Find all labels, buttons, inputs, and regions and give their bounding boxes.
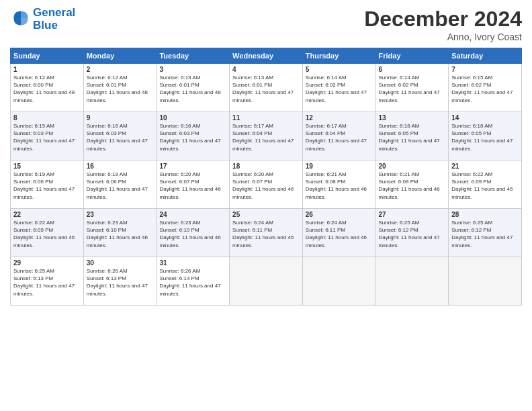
calendar-day-cell <box>230 257 303 306</box>
calendar-day-cell: 18Sunrise: 6:20 AMSunset: 6:07 PMDayligh… <box>230 161 303 209</box>
location: Anno, Ivory Coast <box>364 32 522 42</box>
calendar-day-cell: 5Sunrise: 6:14 AMSunset: 6:02 PMDaylight… <box>302 64 375 112</box>
calendar-day-cell: 14Sunrise: 6:18 AMSunset: 6:05 PMDayligh… <box>449 112 522 161</box>
header-cell-tuesday: Tuesday <box>157 48 230 64</box>
day-info: Sunrise: 6:13 AMSunset: 6:01 PMDaylight:… <box>159 74 226 104</box>
day-info: Sunrise: 6:15 AMSunset: 6:02 PMDaylight:… <box>451 74 519 104</box>
day-number: 26 <box>306 211 373 218</box>
day-info: Sunrise: 6:25 AMSunset: 6:12 PMDaylight:… <box>451 219 519 249</box>
calendar-day-cell: 6Sunrise: 6:14 AMSunset: 6:02 PMDaylight… <box>375 64 449 112</box>
day-number: 31 <box>159 259 226 267</box>
calendar-day-cell: 27Sunrise: 6:25 AMSunset: 6:12 PMDayligh… <box>375 209 449 257</box>
calendar-body: 1Sunrise: 6:12 AMSunset: 6:00 PMDaylight… <box>11 64 522 306</box>
day-number: 8 <box>13 114 81 122</box>
day-number: 11 <box>232 114 300 122</box>
day-info: Sunrise: 6:21 AMSunset: 6:08 PMDaylight:… <box>306 171 373 201</box>
day-number: 22 <box>13 211 81 218</box>
day-number: 15 <box>13 163 81 170</box>
day-number: 24 <box>159 211 226 218</box>
day-number: 13 <box>379 114 446 122</box>
day-info: Sunrise: 6:22 AMSunset: 6:09 PMDaylight:… <box>451 171 519 201</box>
day-info: Sunrise: 6:24 AMSunset: 6:11 PMDaylight:… <box>232 219 300 249</box>
day-info: Sunrise: 6:26 AMSunset: 6:14 PMDaylight:… <box>159 267 226 298</box>
header-cell-monday: Monday <box>83 48 157 64</box>
calendar-day-cell: 9Sunrise: 6:16 AMSunset: 6:03 PMDaylight… <box>83 112 157 161</box>
day-number: 23 <box>87 211 154 218</box>
day-number: 1 <box>13 66 81 73</box>
header-cell-wednesday: Wednesday <box>230 48 303 64</box>
day-number: 21 <box>451 163 519 170</box>
calendar-header-row: SundayMondayTuesdayWednesdayThursdayFrid… <box>11 48 522 64</box>
day-info: Sunrise: 6:14 AMSunset: 6:02 PMDaylight:… <box>379 74 446 104</box>
header-cell-thursday: Thursday <box>302 48 375 64</box>
day-info: Sunrise: 6:26 AMSunset: 6:13 PMDaylight:… <box>87 267 154 298</box>
calendar-day-cell: 25Sunrise: 6:24 AMSunset: 6:11 PMDayligh… <box>230 209 303 257</box>
day-number: 30 <box>87 259 154 267</box>
calendar-day-cell: 10Sunrise: 6:16 AMSunset: 6:03 PMDayligh… <box>157 112 230 161</box>
day-info: Sunrise: 6:17 AMSunset: 6:04 PMDaylight:… <box>232 122 300 152</box>
day-info: Sunrise: 6:13 AMSunset: 6:01 PMDaylight:… <box>232 74 300 104</box>
title-block: December 2024 Anno, Ivory Coast <box>364 7 522 42</box>
day-number: 9 <box>87 114 154 122</box>
day-info: Sunrise: 6:12 AMSunset: 6:00 PMDaylight:… <box>13 74 81 104</box>
day-info: Sunrise: 6:14 AMSunset: 6:02 PMDaylight:… <box>306 74 373 104</box>
calendar-day-cell: 7Sunrise: 6:15 AMSunset: 6:02 PMDaylight… <box>449 64 522 112</box>
calendar-day-cell: 11Sunrise: 6:17 AMSunset: 6:04 PMDayligh… <box>230 112 303 161</box>
header-cell-saturday: Saturday <box>449 48 522 64</box>
day-info: Sunrise: 6:24 AMSunset: 6:11 PMDaylight:… <box>306 219 373 249</box>
calendar-day-cell <box>375 257 449 306</box>
calendar-day-cell: 3Sunrise: 6:13 AMSunset: 6:01 PMDaylight… <box>157 64 230 112</box>
day-number: 17 <box>159 163 226 170</box>
calendar-table: SundayMondayTuesdayWednesdayThursdayFrid… <box>10 48 522 306</box>
day-number: 14 <box>451 114 519 122</box>
day-number: 5 <box>306 66 373 73</box>
day-info: Sunrise: 6:17 AMSunset: 6:04 PMDaylight:… <box>306 122 373 152</box>
day-info: Sunrise: 6:12 AMSunset: 6:01 PMDaylight:… <box>87 74 154 104</box>
logo-text-blue: Blue <box>33 19 75 32</box>
calendar-day-cell: 26Sunrise: 6:24 AMSunset: 6:11 PMDayligh… <box>302 209 375 257</box>
calendar-day-cell: 24Sunrise: 6:23 AMSunset: 6:10 PMDayligh… <box>157 209 230 257</box>
calendar-week-row: 8Sunrise: 6:15 AMSunset: 6:03 PMDaylight… <box>11 112 522 161</box>
day-info: Sunrise: 6:20 AMSunset: 6:07 PMDaylight:… <box>159 171 226 201</box>
day-info: Sunrise: 6:23 AMSunset: 6:10 PMDaylight:… <box>87 219 154 249</box>
day-number: 7 <box>451 66 519 73</box>
logo: General Blue <box>10 7 75 32</box>
calendar-week-row: 1Sunrise: 6:12 AMSunset: 6:00 PMDaylight… <box>11 64 522 112</box>
day-number: 3 <box>159 66 226 73</box>
day-number: 27 <box>379 211 446 218</box>
calendar-day-cell: 19Sunrise: 6:21 AMSunset: 6:08 PMDayligh… <box>302 161 375 209</box>
day-info: Sunrise: 6:21 AMSunset: 6:08 PMDaylight:… <box>379 171 446 201</box>
day-info: Sunrise: 6:15 AMSunset: 6:03 PMDaylight:… <box>13 122 81 152</box>
day-number: 29 <box>13 259 81 267</box>
page: General Blue December 2024 Anno, Ivory C… <box>0 0 532 411</box>
header-cell-friday: Friday <box>375 48 449 64</box>
calendar-day-cell: 15Sunrise: 6:19 AMSunset: 6:06 PMDayligh… <box>11 161 84 209</box>
calendar-day-cell: 31Sunrise: 6:26 AMSunset: 6:14 PMDayligh… <box>157 257 230 306</box>
day-number: 4 <box>232 66 300 73</box>
calendar-day-cell: 4Sunrise: 6:13 AMSunset: 6:01 PMDaylight… <box>230 64 303 112</box>
day-info: Sunrise: 6:25 AMSunset: 6:12 PMDaylight:… <box>379 219 446 249</box>
day-info: Sunrise: 6:19 AMSunset: 6:06 PMDaylight:… <box>87 171 154 201</box>
day-number: 28 <box>451 211 519 218</box>
calendar-day-cell: 1Sunrise: 6:12 AMSunset: 6:00 PMDaylight… <box>11 64 84 112</box>
day-number: 20 <box>379 163 446 170</box>
calendar-day-cell: 28Sunrise: 6:25 AMSunset: 6:12 PMDayligh… <box>449 209 522 257</box>
day-number: 18 <box>232 163 300 170</box>
calendar-day-cell <box>449 257 522 306</box>
calendar-day-cell <box>302 257 375 306</box>
day-number: 16 <box>87 163 154 170</box>
calendar-day-cell: 13Sunrise: 6:18 AMSunset: 6:05 PMDayligh… <box>375 112 449 161</box>
calendar-week-row: 22Sunrise: 6:22 AMSunset: 6:09 PMDayligh… <box>11 209 522 257</box>
month-title: December 2024 <box>364 7 522 32</box>
logo-text-general: General <box>33 7 75 19</box>
day-info: Sunrise: 6:23 AMSunset: 6:10 PMDaylight:… <box>159 219 226 249</box>
calendar-day-cell: 21Sunrise: 6:22 AMSunset: 6:09 PMDayligh… <box>449 161 522 209</box>
day-number: 6 <box>379 66 446 73</box>
day-info: Sunrise: 6:18 AMSunset: 6:05 PMDaylight:… <box>379 122 446 152</box>
calendar-day-cell: 2Sunrise: 6:12 AMSunset: 6:01 PMDaylight… <box>83 64 157 112</box>
day-number: 19 <box>306 163 373 170</box>
day-number: 2 <box>87 66 154 73</box>
header-cell-sunday: Sunday <box>11 48 84 64</box>
day-info: Sunrise: 6:20 AMSunset: 6:07 PMDaylight:… <box>232 171 300 201</box>
logo-icon <box>11 9 30 28</box>
